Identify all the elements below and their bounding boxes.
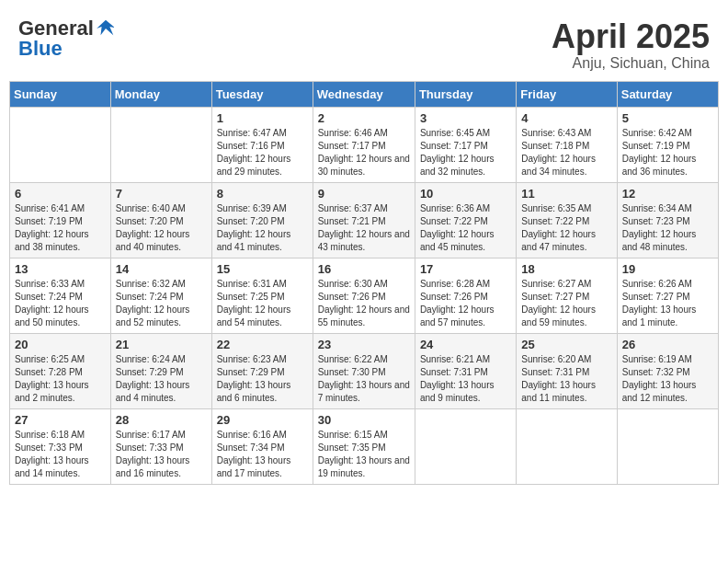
day-number: 26 [622, 338, 713, 351]
location: Anju, Sichuan, China [552, 55, 710, 72]
day-info: Sunrise: 6:30 AM Sunset: 7:26 PM Dayligh… [318, 278, 410, 329]
day-cell: 18Sunrise: 6:27 AM Sunset: 7:27 PM Dayli… [517, 258, 617, 333]
day-info: Sunrise: 6:21 AM Sunset: 7:31 PM Dayligh… [420, 353, 511, 405]
day-cell: 12Sunrise: 6:34 AM Sunset: 7:23 PM Dayli… [617, 182, 718, 258]
week-row-5: 27Sunrise: 6:18 AM Sunset: 7:33 PM Dayli… [10, 408, 719, 484]
day-number: 4 [521, 111, 611, 125]
day-info: Sunrise: 6:39 AM Sunset: 7:20 PM Dayligh… [217, 202, 308, 254]
weekday-header-thursday: Thursday [415, 81, 516, 107]
calendar-table: SundayMondayTuesdayWednesdayThursdayFrid… [9, 81, 719, 485]
svg-marker-0 [97, 20, 115, 36]
day-number: 23 [318, 338, 410, 351]
day-number: 9 [318, 187, 410, 201]
weekday-header-saturday: Saturday [617, 81, 718, 107]
day-number: 15 [217, 262, 308, 276]
day-cell: 19Sunrise: 6:26 AM Sunset: 7:27 PM Dayli… [617, 258, 718, 333]
day-info: Sunrise: 6:32 AM Sunset: 7:24 PM Dayligh… [116, 278, 207, 329]
day-info: Sunrise: 6:22 AM Sunset: 7:30 PM Dayligh… [318, 353, 410, 405]
day-info: Sunrise: 6:25 AM Sunset: 7:28 PM Dayligh… [15, 353, 106, 405]
day-number: 3 [420, 111, 511, 125]
weekday-header-tuesday: Tuesday [211, 81, 313, 107]
day-number: 5 [622, 111, 713, 125]
day-cell: 1Sunrise: 6:47 AM Sunset: 7:16 PM Daylig… [211, 107, 313, 182]
day-number: 10 [420, 187, 511, 201]
day-info: Sunrise: 6:46 AM Sunset: 7:17 PM Dayligh… [318, 127, 410, 178]
day-cell: 26Sunrise: 6:19 AM Sunset: 7:32 PM Dayli… [617, 333, 718, 408]
day-info: Sunrise: 6:27 AM Sunset: 7:27 PM Dayligh… [521, 278, 611, 329]
day-info: Sunrise: 6:17 AM Sunset: 7:33 PM Dayligh… [116, 429, 207, 480]
day-number: 21 [116, 338, 207, 351]
day-info: Sunrise: 6:47 AM Sunset: 7:16 PM Dayligh… [217, 127, 308, 178]
day-number: 28 [116, 413, 207, 427]
day-info: Sunrise: 6:19 AM Sunset: 7:32 PM Dayligh… [622, 353, 713, 405]
logo-general-text: General [18, 18, 94, 39]
week-row-4: 20Sunrise: 6:25 AM Sunset: 7:28 PM Dayli… [10, 333, 719, 408]
day-cell: 24Sunrise: 6:21 AM Sunset: 7:31 PM Dayli… [415, 333, 516, 408]
day-info: Sunrise: 6:33 AM Sunset: 7:24 PM Dayligh… [15, 278, 106, 329]
day-info: Sunrise: 6:18 AM Sunset: 7:33 PM Dayligh… [15, 429, 106, 480]
day-info: Sunrise: 6:37 AM Sunset: 7:21 PM Dayligh… [318, 202, 410, 254]
day-number: 6 [15, 187, 106, 201]
day-cell: 13Sunrise: 6:33 AM Sunset: 7:24 PM Dayli… [10, 258, 111, 333]
week-row-1: 1Sunrise: 6:47 AM Sunset: 7:16 PM Daylig… [10, 107, 719, 182]
day-cell: 25Sunrise: 6:20 AM Sunset: 7:31 PM Dayli… [517, 333, 617, 408]
logo-bird-icon [96, 17, 116, 38]
day-number: 30 [318, 413, 410, 427]
day-cell: 30Sunrise: 6:15 AM Sunset: 7:35 PM Dayli… [313, 408, 415, 484]
day-info: Sunrise: 6:42 AM Sunset: 7:19 PM Dayligh… [622, 127, 713, 178]
day-number: 19 [622, 262, 713, 276]
day-number: 2 [318, 111, 410, 125]
day-cell: 17Sunrise: 6:28 AM Sunset: 7:26 PM Dayli… [415, 258, 516, 333]
day-number: 14 [116, 262, 207, 276]
day-cell: 4Sunrise: 6:43 AM Sunset: 7:18 PM Daylig… [517, 107, 617, 182]
logo: General Blue [18, 18, 116, 59]
title-block: April 2025 Anju, Sichuan, China [552, 18, 710, 72]
day-info: Sunrise: 6:31 AM Sunset: 7:25 PM Dayligh… [217, 278, 308, 329]
day-info: Sunrise: 6:45 AM Sunset: 7:17 PM Dayligh… [420, 127, 511, 178]
day-info: Sunrise: 6:35 AM Sunset: 7:22 PM Dayligh… [521, 202, 611, 254]
day-cell: 22Sunrise: 6:23 AM Sunset: 7:29 PM Dayli… [211, 333, 313, 408]
day-cell: 3Sunrise: 6:45 AM Sunset: 7:17 PM Daylig… [415, 107, 516, 182]
day-number: 8 [217, 187, 308, 201]
weekday-header-monday: Monday [110, 81, 211, 107]
day-info: Sunrise: 6:26 AM Sunset: 7:27 PM Dayligh… [622, 278, 713, 329]
day-cell: 7Sunrise: 6:40 AM Sunset: 7:20 PM Daylig… [110, 182, 211, 258]
day-info: Sunrise: 6:43 AM Sunset: 7:18 PM Dayligh… [521, 127, 611, 178]
day-cell [617, 408, 718, 484]
day-number: 1 [217, 111, 308, 125]
day-number: 13 [15, 262, 106, 276]
day-number: 7 [116, 187, 207, 201]
day-cell: 23Sunrise: 6:22 AM Sunset: 7:30 PM Dayli… [313, 333, 415, 408]
day-cell: 21Sunrise: 6:24 AM Sunset: 7:29 PM Dayli… [110, 333, 211, 408]
day-info: Sunrise: 6:20 AM Sunset: 7:31 PM Dayligh… [521, 353, 611, 405]
day-number: 20 [15, 338, 106, 351]
day-cell: 16Sunrise: 6:30 AM Sunset: 7:26 PM Dayli… [313, 258, 415, 333]
day-info: Sunrise: 6:34 AM Sunset: 7:23 PM Dayligh… [622, 202, 713, 254]
day-cell: 8Sunrise: 6:39 AM Sunset: 7:20 PM Daylig… [211, 182, 313, 258]
day-cell: 20Sunrise: 6:25 AM Sunset: 7:28 PM Dayli… [10, 333, 111, 408]
day-cell: 27Sunrise: 6:18 AM Sunset: 7:33 PM Dayli… [10, 408, 111, 484]
day-info: Sunrise: 6:36 AM Sunset: 7:22 PM Dayligh… [420, 202, 511, 254]
day-number: 22 [217, 338, 308, 351]
day-cell: 5Sunrise: 6:42 AM Sunset: 7:19 PM Daylig… [617, 107, 718, 182]
day-cell [10, 107, 111, 182]
day-number: 12 [622, 187, 713, 201]
week-row-3: 13Sunrise: 6:33 AM Sunset: 7:24 PM Dayli… [10, 258, 719, 333]
day-number: 27 [15, 413, 106, 427]
logo-blue-text: Blue [18, 39, 116, 59]
day-cell: 11Sunrise: 6:35 AM Sunset: 7:22 PM Dayli… [517, 182, 617, 258]
day-cell: 28Sunrise: 6:17 AM Sunset: 7:33 PM Dayli… [110, 408, 211, 484]
day-number: 11 [521, 187, 611, 201]
day-cell [517, 408, 617, 484]
day-cell: 29Sunrise: 6:16 AM Sunset: 7:34 PM Dayli… [211, 408, 313, 484]
day-number: 25 [521, 338, 611, 351]
day-cell: 6Sunrise: 6:41 AM Sunset: 7:19 PM Daylig… [10, 182, 111, 258]
day-info: Sunrise: 6:24 AM Sunset: 7:29 PM Dayligh… [116, 353, 207, 405]
day-cell: 15Sunrise: 6:31 AM Sunset: 7:25 PM Dayli… [211, 258, 313, 333]
header: General Blue April 2025 Anju, Sichuan, C… [9, 9, 719, 76]
weekday-header-wednesday: Wednesday [313, 81, 415, 107]
day-info: Sunrise: 6:15 AM Sunset: 7:35 PM Dayligh… [318, 429, 410, 480]
day-number: 24 [420, 338, 511, 351]
day-number: 17 [420, 262, 511, 276]
day-cell: 2Sunrise: 6:46 AM Sunset: 7:17 PM Daylig… [313, 107, 415, 182]
